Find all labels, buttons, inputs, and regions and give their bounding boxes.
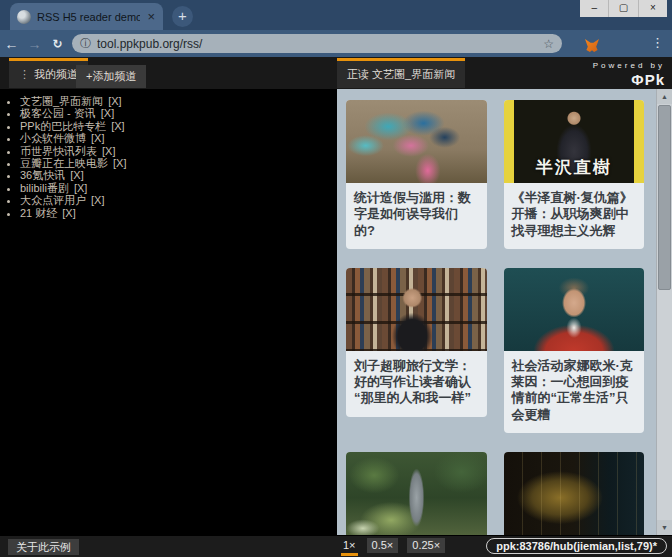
feed-scrollbar[interactable]: ▲ ▼ <box>656 89 672 535</box>
back-icon[interactable]: ← <box>0 36 23 52</box>
tab-add-channel[interactable]: +添加频道 <box>76 65 146 88</box>
channel-item: 36氪快讯[X] <box>20 169 333 181</box>
channel-remove-link[interactable]: [X] <box>74 182 87 194</box>
window-controls: – ▢ × <box>580 0 667 17</box>
article-thumbnail-author-bookshelf <box>346 268 487 351</box>
channel-link[interactable]: 极客公园 - 资讯 <box>20 107 96 119</box>
poster-title-text: 半沢直樹 <box>504 156 645 179</box>
channel-link[interactable]: 36氪快讯 <box>20 169 65 181</box>
article-thumbnail-dark-interior <box>504 452 645 535</box>
now-reading-label: 正读 文艺圈_界面新闻 <box>347 67 455 82</box>
minimize-button[interactable]: – <box>580 0 608 17</box>
article-card[interactable]: 社会活动家娜欧米·克莱因：一心想回到疫情前的“正常生活”只会更糟 <box>504 268 645 433</box>
channel-item: 币世界快讯列表[X] <box>20 145 333 157</box>
channel-link[interactable]: 豆瓣正在上映电影 <box>20 157 108 169</box>
article-thumbnail-graffiti-mural <box>346 100 487 183</box>
article-title: 《半泽直树·复仇篇》开播：从职场爽剧中找寻理想主义光辉 <box>504 183 645 249</box>
forward-icon[interactable]: → <box>23 36 46 52</box>
my-channels-label: 我的频道 <box>34 67 78 82</box>
channel-item: 小众软件微博[X] <box>20 132 333 144</box>
article-thumbnail-hanzawa-poster: 半沢直樹 <box>504 100 645 183</box>
article-card[interactable]: 半沢直樹 《半泽直树·复仇篇》开播：从职场爽剧中找寻理想主义光辉 <box>504 100 645 249</box>
browser-menu-icon[interactable]: ⋮ <box>651 35 664 50</box>
zoom-controls: 1× 0.5× 0.25× <box>341 538 445 556</box>
zoom-025x-button[interactable]: 0.25× <box>407 538 445 553</box>
maximize-button[interactable]: ▢ <box>608 0 637 17</box>
channel-item: 文艺圈_界面新闻[X] <box>20 95 333 107</box>
channel-remove-link[interactable]: [X] <box>102 145 115 157</box>
list-icon: ⋮ <box>19 68 30 81</box>
channel-link[interactable]: 币世界快讯列表 <box>20 145 97 157</box>
scroll-up-icon[interactable]: ▲ <box>657 89 672 104</box>
site-favicon-icon <box>17 10 31 24</box>
new-tab-button[interactable]: + <box>172 6 193 27</box>
channel-remove-link[interactable]: [X] <box>91 132 104 144</box>
scrollbar-thumb[interactable] <box>658 105 671 290</box>
article-thumbnail-naomi-klein <box>504 268 645 351</box>
browser-window: RSS H5 reader demo (Powere × + – ▢ × ← →… <box>0 0 672 557</box>
channel-item: 极客公园 - 资讯[X] <box>20 107 333 119</box>
url-text[interactable]: tool.ppkpub.org/rss/ <box>97 37 537 51</box>
metamask-icon[interactable] <box>585 39 599 52</box>
ppk-address-badge[interactable]: ppk:83786/hub(jiemian,list,79)* <box>486 538 667 554</box>
tab-close-icon[interactable]: × <box>146 10 156 23</box>
article-title: 社会活动家娜欧米·克莱因：一心想回到疫情前的“正常生活”只会更糟 <box>504 351 645 433</box>
tab-title: RSS H5 reader demo (Powere <box>37 11 140 23</box>
channel-item: 大众点评用户[X] <box>20 194 333 206</box>
scroll-down-icon[interactable]: ▼ <box>657 520 672 535</box>
tab-now-reading[interactable]: 正读 文艺圈_界面新闻 <box>337 58 465 88</box>
article-title: 刘子超聊旅行文学：好的写作让读者确认“那里的人和我一样” <box>346 351 487 417</box>
ppk-logo: ΦPk <box>593 71 665 88</box>
powered-by: Powered by ΦPk <box>593 61 665 88</box>
channel-remove-link[interactable]: [X] <box>108 95 121 107</box>
about-example-button[interactable]: 关于此示例 <box>8 539 79 555</box>
channel-remove-link[interactable]: [X] <box>101 107 114 119</box>
bookmark-star-icon[interactable]: ☆ <box>543 37 554 51</box>
article-card[interactable]: 居家工作的日子里，你 <box>504 452 645 535</box>
channel-remove-link[interactable]: [X] <box>111 120 124 132</box>
close-button[interactable]: × <box>638 0 667 17</box>
page-body: 文艺圈_界面新闻[X] 极客公园 - 资讯[X] PPk的巴比特专栏[X] 小众… <box>0 89 672 535</box>
add-channel-label: +添加频道 <box>86 69 136 84</box>
article-feed: 统计造假与滥用：数字是如何误导我们的? 半沢直樹 《半泽直树·复仇篇》开播：从职… <box>337 89 672 535</box>
browser-titlebar: RSS H5 reader demo (Powere × + – ▢ × <box>0 0 672 30</box>
page-header: ⋮ 我的频道 +添加频道 正读 文艺圈_界面新闻 Powered by ΦPk <box>0 57 672 89</box>
channel-link[interactable]: 21 财经 <box>20 207 57 219</box>
article-card[interactable]: 刘子超聊旅行文学：好的写作让读者确认“那里的人和我一样” <box>346 268 487 417</box>
article-card[interactable]: 统计造假与滥用：数字是如何误导我们的? <box>346 100 487 249</box>
channel-item: 豆瓣正在上映电影[X] <box>20 157 333 169</box>
channel-item: bilibili番剧[X] <box>20 182 333 194</box>
channel-list: 文艺圈_界面新闻[X] 极客公园 - 资讯[X] PPk的巴比特专栏[X] 小众… <box>20 95 333 219</box>
article-card[interactable]: 《奥州小道》：松尾芭 <box>346 452 487 535</box>
channel-remove-link[interactable]: [X] <box>91 194 104 206</box>
article-thumbnail-statue-forest <box>346 452 487 535</box>
channel-remove-link[interactable]: [X] <box>62 207 75 219</box>
browser-toolbar: ← → ↻ ⓘ tool.ppkpub.org/rss/ ☆ ⋮ <box>0 30 672 57</box>
channel-link[interactable]: 大众点评用户 <box>20 194 86 206</box>
article-grid: 统计造假与滥用：数字是如何误导我们的? 半沢直樹 《半泽直树·复仇篇》开播：从职… <box>346 100 644 535</box>
powered-by-label: Powered by <box>593 61 665 70</box>
channel-remove-link[interactable]: [X] <box>113 157 126 169</box>
channel-link[interactable]: 小众软件微博 <box>20 132 86 144</box>
address-bar[interactable]: ⓘ tool.ppkpub.org/rss/ ☆ <box>72 34 562 53</box>
article-title: 统计造假与滥用：数字是如何误导我们的? <box>346 183 487 249</box>
zoom-1x-button[interactable]: 1× <box>341 538 358 556</box>
channel-item: PPk的巴比特专栏[X] <box>20 120 333 132</box>
status-bar: 关于此示例 1× 0.5× 0.25× ppk:83786/hub(jiemia… <box>0 535 672 557</box>
reload-icon[interactable]: ↻ <box>46 37 69 51</box>
channel-link[interactable]: PPk的巴比特专栏 <box>20 120 106 132</box>
page-info-icon[interactable]: ⓘ <box>80 36 91 51</box>
channel-link[interactable]: 文艺圈_界面新闻 <box>20 95 103 107</box>
browser-tab[interactable]: RSS H5 reader demo (Powere × <box>10 3 163 30</box>
channel-sidebar: 文艺圈_界面新闻[X] 极客公园 - 资讯[X] PPk的巴比特专栏[X] 小众… <box>0 89 337 535</box>
zoom-05x-button[interactable]: 0.5× <box>367 538 399 553</box>
channel-remove-link[interactable]: [X] <box>70 169 83 181</box>
channel-link[interactable]: bilibili番剧 <box>20 182 69 194</box>
channel-item: 21 财经[X] <box>20 207 333 219</box>
